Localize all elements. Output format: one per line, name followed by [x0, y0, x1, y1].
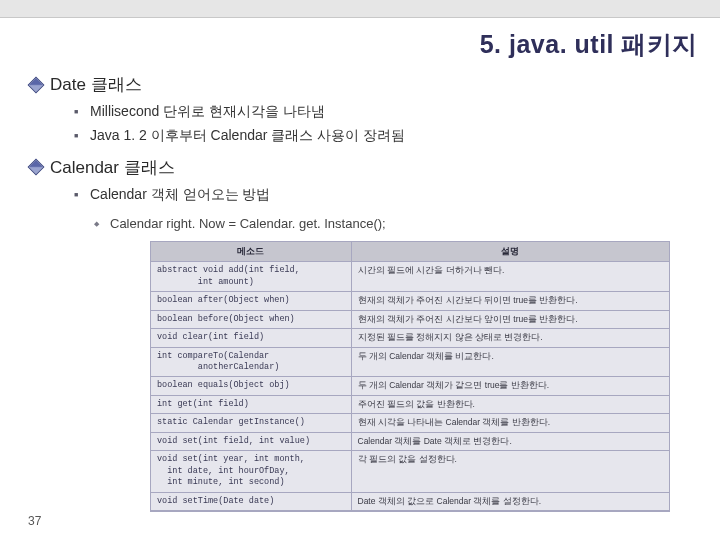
table-row: boolean after(Object when)현재의 객체가 주어진 시간…: [151, 292, 669, 310]
table-row: void setTime(Date date)Date 객체의 값으로 Cale…: [151, 492, 669, 510]
sub-bullet-list: Calendar right. Now = Calendar. get. Ins…: [94, 214, 698, 235]
col-header-desc: 설명: [351, 242, 669, 262]
cell-desc: 시간의 필드에 시간을 더하거나 뺀다.: [351, 262, 669, 292]
cell-desc: 두 개의 Calendar 객체가 같으면 true를 반환한다.: [351, 377, 669, 395]
table-row: int compareTo(Calendar anotherCalendar)두…: [151, 347, 669, 377]
cell-method: void clear(int field): [151, 329, 351, 347]
cell-method: boolean after(Object when): [151, 292, 351, 310]
bullet-list: Calendar 객체 얻어오는 방법: [74, 183, 698, 207]
cell-method: void setTime(Date date): [151, 492, 351, 510]
cell-desc: Calendar 객체를 Date 객체로 변경한다.: [351, 432, 669, 450]
section-heading-calendar: Calendar 클래스: [30, 156, 698, 179]
cell-method: void set(int year, int month, int date, …: [151, 451, 351, 492]
page-number: 37: [28, 514, 41, 528]
table-row: static Calendar getInstance()현재 시각을 나타내는…: [151, 414, 669, 432]
table-row: abstract void add(int field, int amount)…: [151, 262, 669, 292]
cell-desc: 현재의 객체가 주어진 시간보다 앞이면 true를 반환한다.: [351, 310, 669, 328]
table-row: int get(int field)주어진 필드의 값을 반환한다.: [151, 395, 669, 413]
table-header-row: 메소드 설명: [151, 242, 669, 262]
list-item: Calendar right. Now = Calendar. get. Ins…: [94, 214, 698, 235]
page-title: 5. java. util 패키지: [0, 18, 720, 67]
cell-method: abstract void add(int field, int amount): [151, 262, 351, 292]
cell-method: boolean before(Object when): [151, 310, 351, 328]
list-item: Calendar 객체 얻어오는 방법: [74, 183, 698, 207]
table-row: void set(int field, int value)Calendar 객…: [151, 432, 669, 450]
cell-desc: 현재의 객체가 주어진 시간보다 뒤이면 true를 반환한다.: [351, 292, 669, 310]
cell-method: static Calendar getInstance(): [151, 414, 351, 432]
method-table: 메소드 설명 abstract void add(int field, int …: [150, 241, 670, 512]
col-header-method: 메소드: [151, 242, 351, 262]
table-row: void clear(int field)지정된 필드를 정해지지 않은 상태로…: [151, 329, 669, 347]
section-heading-label: Calendar 클래스: [50, 156, 175, 179]
table-row: boolean before(Object when)현재의 객체가 주어진 시…: [151, 310, 669, 328]
cell-desc: 두 개의 Calendar 객체를 비교한다.: [351, 347, 669, 377]
cell-method: int compareTo(Calendar anotherCalendar): [151, 347, 351, 377]
section-heading-date: Date 클래스: [30, 73, 698, 96]
bullet-diamond-icon: [28, 76, 45, 93]
cell-desc: 현재 시각을 나타내는 Calendar 객체를 반환한다.: [351, 414, 669, 432]
bullet-list: Millisecond 단위로 현재시각을 나타냄 Java 1. 2 이후부터…: [74, 100, 698, 148]
bullet-diamond-icon: [28, 159, 45, 176]
window-topbar: [0, 0, 720, 18]
cell-method: boolean equals(Object obj): [151, 377, 351, 395]
content: Date 클래스 Millisecond 단위로 현재시각을 나타냄 Java …: [0, 67, 720, 512]
cell-method: void set(int field, int value): [151, 432, 351, 450]
section-heading-label: Date 클래스: [50, 73, 142, 96]
table-row: void set(int year, int month, int date, …: [151, 451, 669, 492]
list-item: Millisecond 단위로 현재시각을 나타냄: [74, 100, 698, 124]
cell-desc: 주어진 필드의 값을 반환한다.: [351, 395, 669, 413]
list-item: Java 1. 2 이후부터 Calendar 클래스 사용이 장려됨: [74, 124, 698, 148]
cell-method: int get(int field): [151, 395, 351, 413]
cell-desc: 지정된 필드를 정해지지 않은 상태로 변경한다.: [351, 329, 669, 347]
table-row: boolean equals(Object obj)두 개의 Calendar …: [151, 377, 669, 395]
cell-desc: Date 객체의 값으로 Calendar 객체를 설정한다.: [351, 492, 669, 510]
cell-desc: 각 필드의 값을 설정한다.: [351, 451, 669, 492]
